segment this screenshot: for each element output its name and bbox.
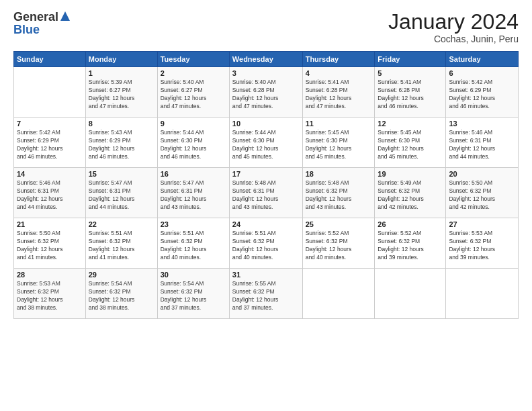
week-row-3: 14Sunrise: 5:46 AM Sunset: 6:31 PM Dayli… [14,168,519,218]
day-number: 25 [306,220,372,228]
table-row: 9Sunrise: 5:44 AM Sunset: 6:30 PM Daylig… [157,118,229,168]
day-info: Sunrise: 5:48 AM Sunset: 6:31 PM Dayligh… [232,179,300,212]
day-number: 20 [449,170,515,178]
day-info: Sunrise: 5:50 AM Sunset: 6:32 PM Dayligh… [449,179,515,212]
day-info: Sunrise: 5:46 AM Sunset: 6:31 PM Dayligh… [17,179,83,212]
table-row: 26Sunrise: 5:52 AM Sunset: 6:32 PM Dayli… [375,218,446,269]
day-number: 13 [449,120,515,128]
col-friday: Friday [375,52,446,67]
day-number: 11 [306,120,372,128]
table-row [14,67,86,118]
day-number: 14 [17,170,83,178]
day-number: 15 [89,170,154,178]
table-row: 16Sunrise: 5:47 AM Sunset: 6:31 PM Dayli… [157,168,229,218]
day-info: Sunrise: 5:54 AM Sunset: 6:32 PM Dayligh… [89,280,154,312]
day-number: 23 [161,220,226,228]
day-info: Sunrise: 5:43 AM Sunset: 6:29 PM Dayligh… [89,129,154,161]
logo-triangle-icon [60,11,70,24]
table-row: 8Sunrise: 5:43 AM Sunset: 6:29 PM Daylig… [85,118,157,168]
day-info: Sunrise: 5:52 AM Sunset: 6:32 PM Dayligh… [378,230,443,262]
day-info: Sunrise: 5:50 AM Sunset: 6:32 PM Dayligh… [17,230,83,262]
day-number: 12 [378,120,443,128]
table-row: 31Sunrise: 5:55 AM Sunset: 6:32 PM Dayli… [229,269,302,319]
day-info: Sunrise: 5:47 AM Sunset: 6:31 PM Dayligh… [161,179,226,212]
table-row [302,269,375,319]
day-number: 4 [306,69,372,77]
logo: General Blue [13,10,70,37]
col-thursday: Thursday [302,52,375,67]
table-row: 30Sunrise: 5:54 AM Sunset: 6:32 PM Dayli… [157,269,229,319]
day-info: Sunrise: 5:42 AM Sunset: 6:29 PM Dayligh… [17,129,83,161]
logo-blue-text: Blue [13,23,40,37]
day-number: 1 [89,69,154,77]
day-info: Sunrise: 5:53 AM Sunset: 6:32 PM Dayligh… [449,230,515,262]
table-row: 24Sunrise: 5:51 AM Sunset: 6:32 PM Dayli… [229,218,302,269]
day-number: 22 [89,220,154,228]
week-row-1: 1Sunrise: 5:39 AM Sunset: 6:27 PM Daylig… [14,67,519,118]
table-row: 15Sunrise: 5:47 AM Sunset: 6:31 PM Dayli… [85,168,157,218]
day-info: Sunrise: 5:41 AM Sunset: 6:28 PM Dayligh… [306,79,372,111]
day-number: 6 [449,69,515,77]
day-number: 29 [89,271,154,279]
logo-general-text: General [13,10,58,24]
day-number: 24 [232,220,300,228]
table-row: 3Sunrise: 5:40 AM Sunset: 6:28 PM Daylig… [229,67,302,118]
month-title: January 2024 [388,10,519,34]
table-row: 13Sunrise: 5:46 AM Sunset: 6:31 PM Dayli… [446,118,519,168]
day-info: Sunrise: 5:55 AM Sunset: 6:32 PM Dayligh… [232,280,300,312]
table-row [375,269,446,319]
title-section: January 2024 Cochas, Junin, Peru [388,10,519,44]
day-info: Sunrise: 5:40 AM Sunset: 6:28 PM Dayligh… [232,79,300,111]
table-row: 4Sunrise: 5:41 AM Sunset: 6:28 PM Daylig… [302,67,375,118]
table-row: 1Sunrise: 5:39 AM Sunset: 6:27 PM Daylig… [85,67,157,118]
day-number: 21 [17,220,83,228]
day-info: Sunrise: 5:48 AM Sunset: 6:32 PM Dayligh… [306,179,372,212]
table-row: 2Sunrise: 5:40 AM Sunset: 6:27 PM Daylig… [157,67,229,118]
table-row: 18Sunrise: 5:48 AM Sunset: 6:32 PM Dayli… [302,168,375,218]
day-number: 2 [161,69,226,77]
day-info: Sunrise: 5:53 AM Sunset: 6:32 PM Dayligh… [17,280,83,312]
table-row: 10Sunrise: 5:44 AM Sunset: 6:30 PM Dayli… [229,118,302,168]
day-number: 16 [161,170,226,178]
day-number: 7 [17,120,83,128]
day-info: Sunrise: 5:42 AM Sunset: 6:29 PM Dayligh… [449,79,515,111]
col-wednesday: Wednesday [229,52,302,67]
day-info: Sunrise: 5:44 AM Sunset: 6:30 PM Dayligh… [161,129,226,161]
col-tuesday: Tuesday [157,52,229,67]
svg-marker-0 [60,11,70,21]
day-info: Sunrise: 5:45 AM Sunset: 6:30 PM Dayligh… [378,129,443,161]
day-number: 18 [306,170,372,178]
day-number: 9 [161,120,226,128]
day-number: 28 [17,271,83,279]
day-info: Sunrise: 5:44 AM Sunset: 6:30 PM Dayligh… [232,129,300,161]
day-number: 5 [378,69,443,77]
table-row: 29Sunrise: 5:54 AM Sunset: 6:32 PM Dayli… [85,269,157,319]
table-row: 22Sunrise: 5:51 AM Sunset: 6:32 PM Dayli… [85,218,157,269]
col-sunday: Sunday [14,52,86,67]
table-row: 28Sunrise: 5:53 AM Sunset: 6:32 PM Dayli… [14,269,86,319]
location-subtitle: Cochas, Junin, Peru [388,34,519,44]
day-number: 30 [161,271,226,279]
col-saturday: Saturday [446,52,519,67]
day-info: Sunrise: 5:41 AM Sunset: 6:28 PM Dayligh… [378,79,443,111]
day-number: 31 [232,271,300,279]
day-info: Sunrise: 5:54 AM Sunset: 6:32 PM Dayligh… [161,280,226,312]
table-row: 6Sunrise: 5:42 AM Sunset: 6:29 PM Daylig… [446,67,519,118]
header: General Blue January 2024 Cochas, Junin,… [13,10,519,44]
table-row: 14Sunrise: 5:46 AM Sunset: 6:31 PM Dayli… [14,168,86,218]
day-info: Sunrise: 5:51 AM Sunset: 6:32 PM Dayligh… [89,230,154,262]
day-number: 8 [89,120,154,128]
day-info: Sunrise: 5:49 AM Sunset: 6:32 PM Dayligh… [378,179,443,212]
day-info: Sunrise: 5:45 AM Sunset: 6:30 PM Dayligh… [306,129,372,161]
week-row-2: 7Sunrise: 5:42 AM Sunset: 6:29 PM Daylig… [14,118,519,168]
table-row: 12Sunrise: 5:45 AM Sunset: 6:30 PM Dayli… [375,118,446,168]
week-row-5: 28Sunrise: 5:53 AM Sunset: 6:32 PM Dayli… [14,269,519,319]
table-row: 5Sunrise: 5:41 AM Sunset: 6:28 PM Daylig… [375,67,446,118]
day-number: 26 [378,220,443,228]
day-info: Sunrise: 5:52 AM Sunset: 6:32 PM Dayligh… [306,230,372,262]
table-row: 17Sunrise: 5:48 AM Sunset: 6:31 PM Dayli… [229,168,302,218]
day-info: Sunrise: 5:47 AM Sunset: 6:31 PM Dayligh… [89,179,154,212]
day-number: 27 [449,220,515,228]
table-row: 7Sunrise: 5:42 AM Sunset: 6:29 PM Daylig… [14,118,86,168]
calendar-header-row: Sunday Monday Tuesday Wednesday Thursday… [14,52,519,67]
